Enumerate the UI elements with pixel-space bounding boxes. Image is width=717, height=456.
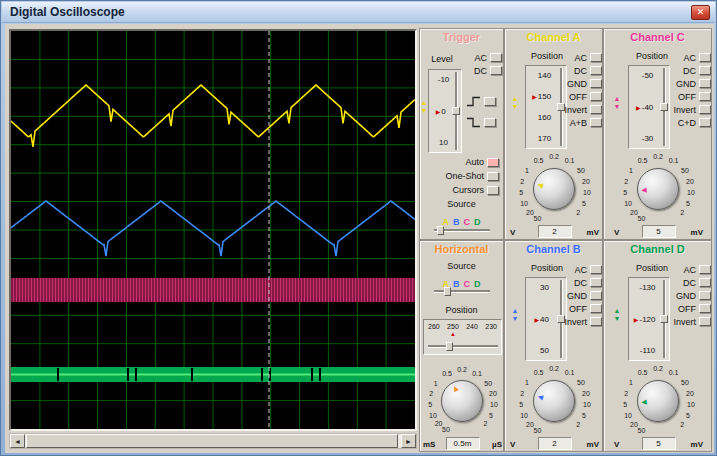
slider-handle[interactable] (444, 287, 451, 296)
knob-scale-label: 50 (577, 379, 585, 386)
arrow-down-icon[interactable]: ▼ (420, 107, 428, 115)
knob-scale-label: 2 (520, 389, 524, 396)
invert-button[interactable] (699, 105, 711, 114)
knob-pointer-icon: ▲ (535, 180, 546, 191)
ac-button[interactable] (590, 265, 602, 274)
dc-button[interactable] (699, 278, 711, 287)
knob-scale-label: 0.1 (565, 156, 575, 163)
channel-a-scale-knob[interactable]: ▲ (533, 168, 575, 210)
position-value: 160 (537, 113, 551, 122)
horizontal-position-box[interactable]: 260 250 240 230 ▲ (423, 319, 502, 355)
scroll-left-button[interactable]: ◄ (10, 434, 25, 448)
scrollbar-thumb[interactable] (26, 434, 398, 448)
knob-scale-label: 1 (525, 167, 529, 174)
channel-c-scale-knob[interactable]: ▲ (637, 168, 679, 210)
horizontal-position-slider[interactable] (428, 342, 498, 351)
off-button[interactable] (699, 304, 711, 313)
knob-scale-label: 1 (434, 379, 438, 386)
knob-scale-label: 0.2 (653, 365, 663, 372)
ac-button[interactable] (590, 53, 602, 62)
channel-d-scale-knob[interactable]: ▲ (637, 380, 679, 422)
timebase-knob[interactable]: ▲ (441, 380, 483, 422)
ac-button[interactable] (699, 265, 711, 274)
knob-scale-label: 5 (489, 411, 493, 418)
gnd-button[interactable] (590, 79, 602, 88)
unit-left-label: V (614, 228, 619, 237)
dc-label: DC (683, 66, 696, 76)
dc-row: DC (666, 276, 711, 289)
c-d-button[interactable] (699, 118, 711, 127)
knob-scale-label: 50 (534, 214, 542, 221)
horizontal-source-slider[interactable] (434, 287, 490, 296)
channel-a-title: Channel A (505, 31, 602, 43)
display-scrollbar[interactable]: ◄ ► (9, 433, 417, 449)
arrow-down-icon[interactable]: ▼ (612, 103, 622, 111)
ac-button[interactable] (490, 53, 502, 62)
slider-handle[interactable] (452, 107, 460, 115)
one-shot-button[interactable] (487, 172, 499, 181)
a-b-button[interactable] (590, 118, 602, 127)
arrow-up-icon[interactable]: ▲ (420, 99, 428, 107)
titlebar[interactable]: Digital Oscilloscope ✕ (2, 2, 715, 23)
dc-button[interactable] (590, 66, 602, 75)
invert-button[interactable] (699, 317, 711, 326)
off-label: OFF (569, 92, 587, 102)
off-button[interactable] (699, 92, 711, 101)
channel-c-position-arrows[interactable]: ▲▼ (612, 95, 622, 111)
horizontal-position-label: Position (420, 305, 503, 315)
falling-edge-button[interactable] (484, 118, 496, 127)
dc-button[interactable] (699, 66, 711, 75)
arrow-down-icon[interactable]: ▼ (612, 315, 622, 323)
knob-scale-label: 0.1 (669, 156, 679, 163)
channel-c-buttons: ACDCGNDOFFInvertC+D (666, 51, 711, 129)
gnd-button[interactable] (699, 79, 711, 88)
slider-handle[interactable] (446, 342, 453, 351)
arrow-down-icon[interactable]: ▼ (510, 315, 520, 323)
channel-a-position-arrows[interactable]: ▲▼ (510, 95, 520, 111)
scroll-right-button[interactable]: ► (401, 434, 416, 448)
ac-button[interactable] (699, 53, 711, 62)
arrow-up-icon[interactable]: ▲ (612, 95, 622, 103)
invert-button[interactable] (590, 317, 602, 326)
knob-pointer-icon: ▲ (449, 383, 461, 395)
channel-c-panel: Channel C Position ▲▼ -50▶-40-30 ACDCGND… (603, 28, 712, 240)
knob-scale-label: 0.5 (442, 369, 452, 376)
off-label: OFF (678, 92, 696, 102)
channel-d-position-box[interactable]: -130▶-120-110 (628, 277, 670, 361)
gnd-button[interactable] (699, 291, 711, 300)
position-value: -30 (641, 134, 654, 143)
off-label: OFF (569, 304, 587, 314)
unit-left-label: V (510, 228, 515, 237)
position-row: 10 (429, 138, 451, 147)
channel-b-scale-knob[interactable]: ▲ (533, 380, 575, 422)
ac-row: AC (557, 51, 602, 64)
trigger-title: Trigger (420, 31, 503, 43)
one-shot-row: One-Shot (422, 169, 499, 183)
position-value: -10 (437, 75, 450, 84)
position-value: -110 (639, 346, 655, 355)
dc-button[interactable] (590, 278, 602, 287)
arrow-down-icon[interactable]: ▼ (510, 103, 520, 111)
arrow-up-icon[interactable]: ▲ (612, 307, 622, 315)
gnd-button[interactable] (590, 291, 602, 300)
trigger-level-box[interactable]: -10▶010 (428, 69, 462, 153)
close-button[interactable]: ✕ (691, 5, 710, 20)
dc-button[interactable] (490, 66, 502, 75)
off-button[interactable] (590, 92, 602, 101)
arrow-up-icon[interactable]: ▲ (510, 307, 520, 315)
rising-edge-button[interactable] (484, 97, 496, 106)
slider-handle[interactable] (437, 226, 444, 235)
trigger-level-arrows[interactable]: ▲▼ (420, 99, 428, 115)
horizontal-knob-block: ▲ mS 0.5m µS 0.50.20.112510205050201052 (420, 361, 504, 451)
trigger-level-slider[interactable] (452, 72, 460, 150)
trigger-source-slider[interactable] (434, 226, 490, 235)
channel-b-knob-block: ▲ V 2 mV 0.50.20.112510205050201052 (507, 361, 602, 451)
invert-button[interactable] (590, 105, 602, 114)
channel-b-position-arrows[interactable]: ▲▼ (510, 307, 520, 323)
off-button[interactable] (590, 304, 602, 313)
channel-c-position-box[interactable]: -50▶-40-30 (628, 65, 670, 149)
arrow-up-icon[interactable]: ▲ (510, 95, 520, 103)
auto-button[interactable] (487, 158, 499, 167)
cursors-button[interactable] (487, 186, 499, 195)
channel-d-position-arrows[interactable]: ▲▼ (612, 307, 622, 323)
